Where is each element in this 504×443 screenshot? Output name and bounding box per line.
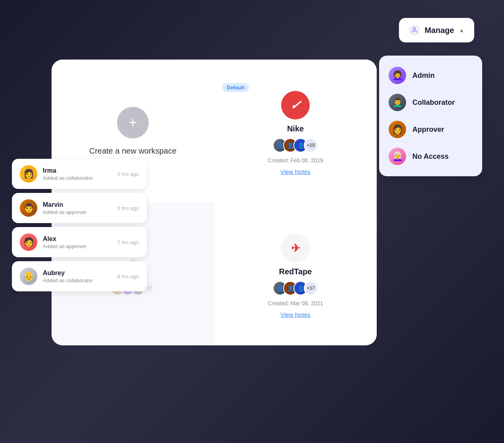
irma-avatar: 👩 (20, 165, 37, 183)
manage-icon (409, 25, 420, 36)
redtape-brand-name: RedTape (279, 267, 312, 276)
alex-avatar: 🧑 (20, 233, 37, 251)
role-item-collaborator[interactable]: 👨‍🦱 Collaborator (385, 89, 476, 116)
scene: Manage ▲ 👩‍🦱 Admin 👨‍🦱 Collaborator 👩 Ap… (0, 0, 504, 443)
marvin-avatar: 👨 (20, 199, 37, 217)
alex-time: 7 hrs ago (117, 239, 139, 245)
nike-logo: ✓ (281, 91, 310, 119)
redtape-created-date: Created: Mar 08, 2021 (268, 300, 323, 306)
redtape-logo: ✈ (281, 234, 310, 262)
manage-button[interactable]: Manage ▲ (399, 18, 474, 42)
manage-label: Manage (425, 26, 454, 35)
alex-name: Alex (43, 235, 112, 243)
aubrey-name: Aubrey (43, 270, 112, 277)
irma-time: 3 hrs ago (117, 171, 139, 177)
collaborator-role-label: Collaborator (412, 98, 455, 107)
redtape-view-notes-link[interactable]: View Notes (280, 311, 310, 318)
nike-member-count: +15 (304, 138, 318, 152)
alex-info: Alex Added as approver (43, 235, 112, 249)
nike-member-avatars: 👤 👤 👤 +15 (273, 138, 318, 152)
marvin-desc: Added as approver (43, 209, 112, 215)
approver-avatar: 👩 (389, 121, 406, 138)
aubrey-info: Aubrey Added as collaborator (43, 270, 112, 283)
irma-info: Irma Added as collaborator (43, 167, 112, 181)
aubrey-avatar: 👴 (20, 268, 37, 285)
no-access-avatar: 👩‍🦳 (389, 148, 406, 165)
aubrey-time: 9 hrs ago (117, 274, 139, 279)
activity-item-aubrey: 👴 Aubrey Added as collaborator 9 hrs ago (12, 261, 147, 291)
role-item-admin[interactable]: 👩‍🦱 Admin (385, 62, 476, 89)
marvin-info: Marvin Added as approver (43, 201, 112, 215)
role-dropdown: 👩‍🦱 Admin 👨‍🦱 Collaborator 👩 Approver 👩‍… (379, 56, 482, 176)
admin-avatar: 👩‍🦱 (389, 67, 406, 84)
redtape-workspace-cell: ✈ RedTape 👤 👤 👤 +17 Created: Mar 08, 202… (214, 202, 377, 345)
default-badge: Default (222, 83, 249, 92)
activity-item-alex: 🧑 Alex Added as approver 7 hrs ago (12, 227, 147, 257)
nike-brand-name: Nike (287, 124, 304, 133)
marvin-time: 5 hrs ago (117, 205, 139, 211)
manage-chevron-icon: ▲ (459, 27, 464, 33)
add-workspace-button[interactable]: + (117, 107, 149, 139)
aubrey-desc: Added as collaborator (43, 277, 112, 283)
no-access-role-label: No Access (412, 152, 448, 161)
create-workspace-label: Create a new workspace (89, 146, 176, 156)
redtape-workspace-card: ✈ RedTape 👤 👤 👤 +17 Created: Mar 08, 202… (214, 218, 377, 330)
activity-item-marvin: 👨 Marvin Added as approver 5 hrs ago (12, 193, 147, 223)
approver-role-label: Approver (412, 125, 444, 134)
collaborator-avatar: 👨‍🦱 (389, 94, 406, 111)
alex-desc: Added as approver (43, 243, 112, 249)
admin-role-label: Admin (412, 71, 435, 80)
marvin-name: Marvin (43, 201, 112, 208)
irma-name: Irma (43, 167, 112, 174)
nike-workspace-cell: Default ✓ Nike 👤 👤 👤 +15 Created: Feb 08… (214, 60, 377, 202)
redtape-member-avatars: 👤 👤 👤 +17 (273, 281, 318, 295)
nike-created-date: Created: Feb 08, 2019 (268, 157, 323, 164)
role-item-approver[interactable]: 👩 Approver (385, 116, 476, 143)
nike-view-notes-link[interactable]: View Notes (280, 168, 310, 175)
activity-panel: 👩 Irma Added as collaborator 3 hrs ago 👨… (12, 159, 147, 291)
svg-point-0 (413, 27, 416, 30)
nike-workspace-card: Default ✓ Nike 👤 👤 👤 +15 Created: Feb 08… (214, 75, 377, 187)
redtape-member-count: +17 (304, 281, 318, 295)
irma-desc: Added as collaborator (43, 175, 112, 181)
role-item-no-access[interactable]: 👩‍🦳 No Access (385, 143, 476, 170)
activity-item-irma: 👩 Irma Added as collaborator 3 hrs ago (12, 159, 147, 189)
plus-icon: + (128, 114, 137, 131)
